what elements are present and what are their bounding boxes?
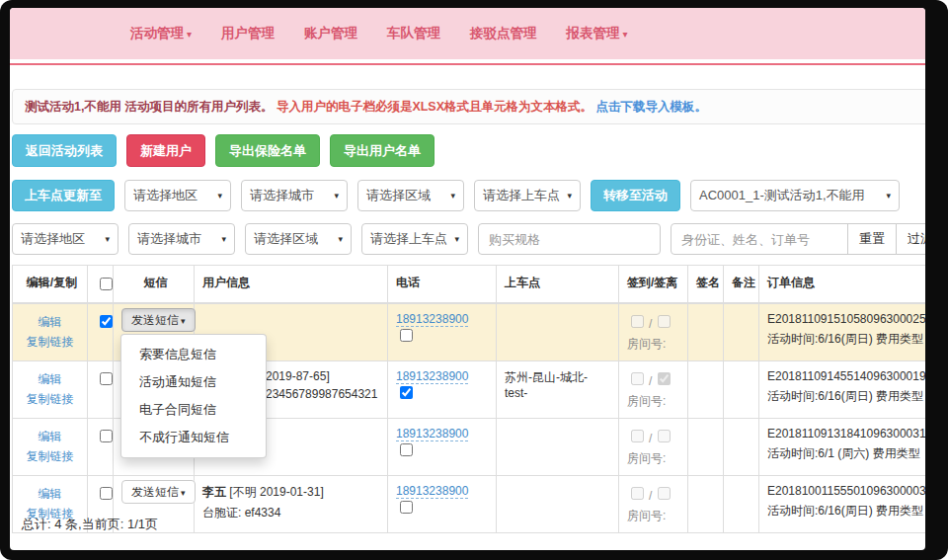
caret-down-icon: ▾ xyxy=(217,191,222,200)
signout-checkbox[interactable] xyxy=(658,315,671,328)
nav-label: 活动管理 xyxy=(130,26,184,40)
district-select-2[interactable]: 请选择区域 ▾ xyxy=(245,223,352,255)
note-cell xyxy=(724,419,759,476)
header-phone: 电话 xyxy=(388,266,497,304)
export-insurance-button[interactable]: 导出保险名单 xyxy=(215,134,320,167)
signin-checkbox[interactable] xyxy=(631,315,644,328)
signout-checkbox[interactable] xyxy=(658,487,671,500)
row-checkbox[interactable] xyxy=(100,430,113,442)
sign-cell: / 房间号: xyxy=(619,303,688,361)
order-meta: 活动时间:6/16(周日) 费用类型 xyxy=(767,331,925,348)
reset-button[interactable]: 重置 xyxy=(847,223,897,255)
phone-checkbox[interactable] xyxy=(400,329,413,342)
signin-checkbox[interactable] xyxy=(631,430,644,442)
search-filter-row: 请选择地区 ▾ 请选择城市 ▾ 请选择区域 ▾ 请选择上车点 ▾ 重置 过滤 xyxy=(12,223,925,255)
row-checkbox[interactable] xyxy=(100,315,113,328)
search-input[interactable] xyxy=(671,223,848,255)
copy-link[interactable]: 复制链接 xyxy=(27,392,74,406)
room-label: 房间号: xyxy=(627,508,679,524)
edit-link[interactable]: 编辑 xyxy=(39,487,62,501)
sign-separator: / xyxy=(649,489,652,503)
phone-checkbox[interactable] xyxy=(400,501,413,514)
user-info-cell: 李五 [不明 2019-01-31] 台胞证: ef4334 xyxy=(195,476,388,533)
order-meta: 活动时间:6/1 (周六) 费用类型 xyxy=(767,445,925,462)
edit-link[interactable]: 编辑 xyxy=(39,315,62,329)
pagination-summary: 总计: 4 条,当前页: 1/1页 xyxy=(22,516,158,533)
pickup-cell xyxy=(497,419,619,476)
header-sms: 短信 xyxy=(114,266,195,304)
signin-checkbox[interactable] xyxy=(631,372,644,385)
signout-checkbox[interactable] xyxy=(658,430,671,442)
pickup-point-select[interactable]: 请选择上车点 ▾ xyxy=(474,180,581,211)
update-pickup-button[interactable]: 上车点更新至 xyxy=(12,180,115,211)
select-value: 请选择区域 xyxy=(254,230,318,248)
select-value: 请选择区域 xyxy=(366,187,431,204)
phone-checkbox[interactable] xyxy=(400,443,413,456)
send-sms-button[interactable]: 发送短信▾ xyxy=(121,480,196,504)
menu-item-activity-notice-sms[interactable]: 活动通知短信 xyxy=(121,368,266,396)
phone-link[interactable]: 18913238900 xyxy=(396,312,468,327)
signature-cell xyxy=(688,361,724,419)
region-select-2[interactable]: 请选择地区 ▾ xyxy=(12,223,118,255)
header-pickup: 上车点 xyxy=(497,266,619,304)
edit-link[interactable]: 编辑 xyxy=(39,372,62,386)
select-value: 请选择地区 xyxy=(21,230,85,248)
nav-fleet-management[interactable]: 车队管理 xyxy=(387,25,440,42)
sign-cell: / 房间号: xyxy=(619,476,688,533)
room-label: 房间号: xyxy=(627,336,679,353)
nav-report-management[interactable]: 报表管理▾ xyxy=(567,25,628,42)
back-to-activities-button[interactable]: 返回活动列表 xyxy=(12,134,117,167)
copy-link[interactable]: 复制链接 xyxy=(27,449,74,463)
purchase-spec-input[interactable] xyxy=(478,223,661,255)
edit-link[interactable]: 编辑 xyxy=(39,430,62,443)
pickup-point-select-2[interactable]: 请选择上车点 ▾ xyxy=(361,223,468,255)
caret-down-icon: ▾ xyxy=(181,488,186,498)
alert-title: 测试活动1,不能用 活动项目的所有用户列表。 xyxy=(25,100,273,114)
menu-item-econtract-sms[interactable]: 电子合同短信 xyxy=(121,396,266,424)
send-sms-button[interactable]: 发送短信▾ xyxy=(121,308,196,332)
header-sign: 签到/签离 xyxy=(619,266,688,304)
phone-link[interactable]: 18913238900 xyxy=(396,427,468,441)
table-header-row: 编辑/复制 短信 用户信息 电话 上车点 签到/签离 签名 备注 订单信息 xyxy=(13,266,926,304)
select-all-checkbox[interactable] xyxy=(100,278,113,290)
order-number: E20181109145514096300019 xyxy=(767,369,925,383)
select-value: AC0001_1-测试活动1,不能用 xyxy=(699,187,865,204)
signin-checkbox[interactable] xyxy=(631,487,644,500)
phone-link[interactable]: 18913238900 xyxy=(396,369,468,384)
new-user-button[interactable]: 新建用户 xyxy=(126,134,205,167)
export-users-button[interactable]: 导出用户名单 xyxy=(330,134,434,167)
select-value: 请选择地区 xyxy=(133,187,198,204)
nav-user-management[interactable]: 用户管理 xyxy=(221,25,275,42)
menu-item-request-info-sms[interactable]: 索要信息短信 xyxy=(121,341,266,368)
caret-down-icon: ▾ xyxy=(567,191,572,200)
sign-separator: / xyxy=(649,432,652,445)
nav-activity-management[interactable]: 活动管理▾ xyxy=(130,25,192,42)
sms-dropdown-menu: 索要信息短信 活动通知短信 电子合同短信 不成行通知短信 xyxy=(120,334,267,458)
order-meta: 活动时间:6/16(周日) 费用类型 xyxy=(767,503,925,520)
note-cell xyxy=(724,303,759,361)
row-checkbox[interactable] xyxy=(100,372,113,385)
download-template-link[interactable]: 点击下载导入模板。 xyxy=(596,100,708,114)
city-select-2[interactable]: 请选择城市 ▾ xyxy=(128,223,235,255)
district-select[interactable]: 请选择区域 ▾ xyxy=(357,180,464,211)
sign-separator: / xyxy=(649,317,652,331)
nav-account-management[interactable]: 账户管理 xyxy=(304,25,357,42)
order-meta: 活动时间:6/16(周日) 费用类型 xyxy=(767,388,925,405)
row-checkbox[interactable] xyxy=(100,487,113,500)
signout-checkbox[interactable] xyxy=(658,372,671,385)
button-label: 发送短信 xyxy=(131,485,179,499)
region-select[interactable]: 请选择地区 ▾ xyxy=(124,180,231,211)
pickup-cell: 苏州-昆山-城北-test- xyxy=(497,361,619,419)
caret-down-icon: ▾ xyxy=(105,234,110,244)
city-select[interactable]: 请选择城市 ▾ xyxy=(241,180,348,211)
phone-checkbox[interactable] xyxy=(400,386,413,399)
menu-item-cancel-notice-sms[interactable]: 不成行通知短信 xyxy=(121,424,266,451)
caret-down-icon: ▾ xyxy=(450,191,455,200)
phone-link[interactable]: 18913238900 xyxy=(396,484,468,499)
note-cell xyxy=(724,361,759,419)
copy-link[interactable]: 复制链接 xyxy=(27,335,74,349)
activity-select[interactable]: AC0001_1-测试活动1,不能用 ▾ xyxy=(690,180,900,211)
transfer-to-activity-button[interactable]: 转移至活动 xyxy=(591,180,680,211)
nav-pickup-point-management[interactable]: 接驳点管理 xyxy=(470,25,537,42)
filter-button[interactable]: 过滤 xyxy=(896,223,925,255)
